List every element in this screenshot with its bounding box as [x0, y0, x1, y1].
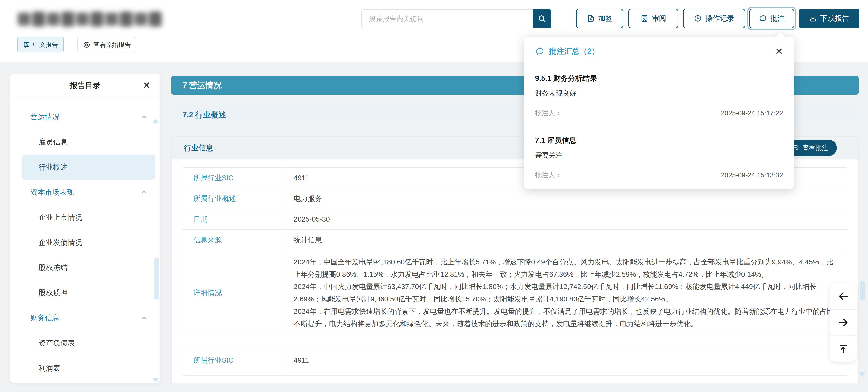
sidebar-item-capital-market-group[interactable]: 资本市场表现	[10, 180, 160, 205]
row-label: 日期	[182, 209, 282, 229]
table-row: 日期 2025-05-30	[182, 209, 848, 230]
report-toc-sidebar: 报告目录 ✕ 营运情况 雇员信息 行业概述 资本市场表现	[10, 73, 160, 383]
row-label: 所属行业概述	[182, 188, 282, 209]
sidebar-item-equity-freeze[interactable]: 股权冻结	[10, 255, 160, 280]
arrow-right-icon	[837, 316, 849, 328]
sidebar-item-label: 财务信息	[30, 313, 60, 323]
sidebar-item-income-statement[interactable]: 利润表	[10, 356, 160, 381]
annotation-section: 9.5.1 财务分析结果	[535, 73, 783, 84]
row-value: 2025-05-30	[282, 209, 848, 229]
arrow-left-icon	[837, 290, 849, 302]
annotations-summary-popup: 批注汇总（2） ✕ 9.5.1 财务分析结果 财务表现良好 批注人： 2025-…	[524, 37, 794, 189]
row-value: 2024年，中国全年发电量94,180.60亿千瓦时，比上年增长5.71%，增速…	[282, 250, 848, 335]
download-icon	[809, 14, 817, 23]
sidebar-item-label: 股权质押	[38, 288, 68, 298]
sidebar-item-equity-pledge[interactable]: 股权质押	[10, 280, 160, 305]
chevron-up-icon	[141, 314, 148, 321]
table-row-detail: 详细情况 2024年，中国全年发电量94,180.60亿千瓦时，比上年增长5.7…	[182, 250, 848, 335]
translate-icon	[23, 41, 30, 49]
annotation-author-label: 批注人：	[535, 109, 562, 118]
to-top-icon	[837, 343, 849, 355]
clock-icon	[694, 14, 702, 23]
annotate-button-label: 批注	[770, 13, 785, 24]
annotation-meta: 批注人： 2025-09-24 15:17:22	[535, 109, 783, 118]
sidebar-scrollbar-thumb[interactable]	[154, 258, 159, 300]
card-title: 行业信息	[184, 143, 213, 153]
sidebar-item-label: 资产负债表	[38, 338, 75, 348]
history-button[interactable]: 操作记录	[683, 9, 745, 28]
sidebar-item-financial-info-group[interactable]: 财务信息	[10, 305, 160, 330]
sidebar-item-label: 股权冻结	[38, 263, 68, 273]
row-label: 所属行业SIC	[182, 345, 282, 375]
annotation-item[interactable]: 7.1 雇员信息 需要关注 批注人： 2025-09-24 15:13:32	[524, 127, 794, 189]
chinese-report-button[interactable]: 中文报告	[17, 37, 64, 53]
search-button[interactable]	[533, 9, 551, 28]
back-to-top-button[interactable]	[830, 336, 857, 362]
download-report-button[interactable]: 下载报告	[799, 9, 860, 28]
toc-header: 报告目录 ✕	[10, 73, 160, 97]
sign-button[interactable]: 加签	[576, 9, 623, 28]
download-report-label: 下载报告	[820, 13, 849, 24]
row-value: 统计信息	[282, 230, 848, 250]
chevron-up-icon	[141, 189, 148, 196]
review-button[interactable]: 审阅	[628, 9, 678, 28]
table-row: 所属行业概述 电力服务	[182, 188, 848, 209]
subsection-banner-label: 7.2 行业概述	[183, 110, 226, 120]
document-person-icon	[640, 14, 648, 23]
sidebar-item-operations-group[interactable]: 营运情况	[10, 104, 160, 129]
annotation-timestamp: 2025-09-24 15:13:32	[721, 171, 783, 179]
annotate-button[interactable]: 批注	[749, 9, 794, 28]
search-icon	[538, 14, 546, 23]
view-original-report-button[interactable]: 查看原始报告	[78, 37, 136, 53]
sidebar-item-label: 资本市场表现	[30, 187, 74, 197]
view-original-report-label: 查看原始报告	[93, 40, 131, 49]
history-button-label: 操作记录	[705, 13, 734, 24]
chat-dots-icon	[759, 14, 767, 23]
sidebar-item-industry-overview[interactable]: 行业概述	[22, 155, 155, 180]
toc-close-icon[interactable]: ✕	[143, 81, 150, 90]
sidebar-item-label: 利润表	[38, 363, 60, 373]
chinese-report-label: 中文报告	[33, 40, 58, 49]
page-scroll-down-arrow[interactable]	[859, 372, 866, 377]
sidebar-item-label: 企业发债情况	[38, 238, 82, 247]
sidebar-item-listing-status[interactable]: 企业上市情况	[10, 205, 160, 230]
annotation-comment: 需要关注	[535, 151, 783, 160]
nav-forward-button[interactable]	[830, 309, 857, 336]
industry-info-table: 所属行业SIC 4911 所属行业概述 电力服务 日期 2025-05-30 信…	[182, 167, 848, 335]
annotation-meta: 批注人： 2025-09-24 15:13:32	[535, 171, 783, 180]
nav-back-button[interactable]	[830, 283, 857, 309]
sidebar-item-balance-sheet[interactable]: 资产负债表	[10, 330, 160, 356]
annotation-comment: 财务表现良好	[535, 89, 783, 98]
floating-nav-panel	[830, 283, 857, 362]
row-value: 4911	[282, 345, 848, 375]
sidebar-item-label: 行业概述	[38, 162, 68, 172]
sidebar-item-label: 营运情况	[30, 112, 60, 122]
table-row: 所属行业SIC 4911	[182, 345, 848, 375]
row-value: 电力服务	[282, 188, 848, 209]
report-search	[362, 9, 551, 28]
sign-button-label: 加签	[598, 13, 613, 24]
next-industry-info-table: 所属行业SIC 4911	[182, 344, 848, 376]
section-banner-label: 7 营运情况	[183, 80, 222, 91]
annotation-author-label: 批注人：	[535, 171, 562, 180]
sidebar-item-bond-issuance[interactable]: 企业发债情况	[10, 230, 160, 255]
annotation-section: 7.1 雇员信息	[535, 135, 783, 146]
row-label: 所属行业SIC	[182, 168, 282, 188]
sidebar-item-label: 雇员信息	[38, 137, 68, 147]
row-label: 信息来源	[182, 230, 282, 250]
toc-list: 营运情况 雇员信息 行业概述 资本市场表现 企业上市情况 企业发	[10, 97, 160, 381]
review-button-label: 审阅	[652, 13, 666, 24]
toc-title: 报告目录	[70, 80, 100, 91]
annotation-item[interactable]: 9.5.1 财务分析结果 财务表现良好 批注人： 2025-09-24 15:1…	[524, 65, 794, 127]
page-scrollbar-thumb[interactable]	[860, 281, 865, 301]
target-eye-icon	[83, 41, 90, 49]
sidebar-scroll-down-arrow[interactable]	[152, 378, 159, 383]
search-input[interactable]	[362, 9, 533, 28]
sidebar-scroll-up-arrow[interactable]	[152, 119, 159, 123]
report-viewer-page: 加签 审阅 操作记录	[0, 0, 868, 392]
sidebar-item-employee-info[interactable]: 雇员信息	[10, 129, 160, 155]
chat-dots-icon	[535, 47, 545, 56]
company-name-redacted	[18, 10, 162, 28]
popup-close-icon[interactable]: ✕	[775, 47, 783, 56]
popup-header: 批注汇总（2） ✕	[524, 37, 794, 65]
